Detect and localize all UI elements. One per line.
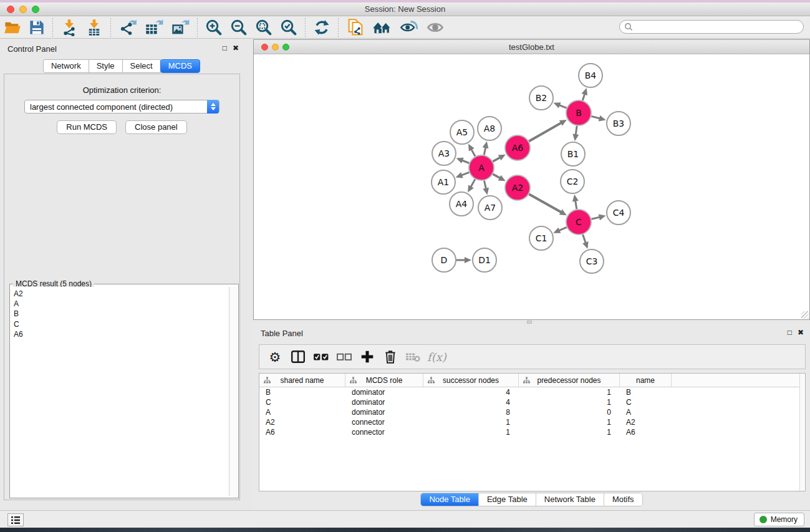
graph-node-B[interactable]: B xyxy=(566,100,591,125)
table-row[interactable]: A2connector11A2 xyxy=(259,417,805,427)
close-panel-icon[interactable]: ✖ xyxy=(233,44,239,52)
show-tasks-button[interactable] xyxy=(7,513,24,526)
column-header-MCDS-role[interactable]: MCDS role xyxy=(345,374,423,387)
table-settings-gear-icon[interactable]: ⚙ xyxy=(266,347,284,366)
graph-node-A4[interactable]: A4 xyxy=(450,192,473,216)
result-list-item[interactable]: A xyxy=(14,299,226,309)
table-row[interactable]: Adominator80A xyxy=(259,407,805,417)
result-scrollbar[interactable] xyxy=(229,287,237,496)
table-cell[interactable]: 1 xyxy=(519,387,620,397)
table-cell[interactable]: 1 xyxy=(423,417,519,427)
zoom-out-button[interactable] xyxy=(226,17,251,37)
graph-node-A[interactable]: A xyxy=(469,155,494,180)
search-input[interactable] xyxy=(633,21,803,32)
tab-network[interactable]: Network xyxy=(43,59,89,73)
graph-node-A3[interactable]: A3 xyxy=(432,142,456,165)
column-header-successor-nodes[interactable]: successor nodes xyxy=(423,374,519,387)
table-row[interactable]: Bdominator41B xyxy=(259,387,805,397)
result-list-item[interactable]: A2 xyxy=(14,289,226,299)
graph-edge-A-A2[interactable] xyxy=(493,174,500,178)
tab-node-table[interactable]: Node Table xyxy=(421,493,478,506)
graph-node-B1[interactable]: B1 xyxy=(561,142,585,166)
graph-node-A1[interactable]: A1 xyxy=(432,170,455,194)
tab-select[interactable]: Select xyxy=(122,59,161,73)
table-cell[interactable]: connector xyxy=(345,427,423,437)
import-network-button[interactable] xyxy=(57,17,82,37)
table-row[interactable]: Cdominator41C xyxy=(259,397,805,407)
home-button[interactable] xyxy=(369,17,396,37)
new-network-from-selection-button[interactable] xyxy=(342,17,369,37)
graph-node-C[interactable]: C xyxy=(566,210,591,235)
graph-node-A2[interactable]: A2 xyxy=(505,175,530,200)
graph-node-C1[interactable]: C1 xyxy=(529,226,553,250)
table-cell[interactable]: 1 xyxy=(519,427,620,437)
graph-node-A7[interactable]: A7 xyxy=(478,196,502,220)
table-cell[interactable]: 8 xyxy=(423,407,519,417)
create-column-button[interactable] xyxy=(358,347,377,366)
graph-edge-C-C3[interactable] xyxy=(583,235,586,244)
deselect-all-button[interactable] xyxy=(335,347,354,366)
show-columns-button[interactable] xyxy=(289,347,307,366)
graph-edge-A6-B[interactable] xyxy=(529,122,562,141)
result-list-item[interactable]: A6 xyxy=(14,329,226,339)
splitter-handle[interactable] xyxy=(527,321,532,324)
zoom-selected-button[interactable] xyxy=(276,17,301,37)
table-row[interactable]: A6connector11A6 xyxy=(259,427,805,437)
graph-edge-A-A5[interactable] xyxy=(471,148,475,156)
network-canvas[interactable]: B4B2BB3A8A5A6A3B1AA1C2A2A4A7C4CC1C3DD1 xyxy=(254,54,809,319)
tab-network-table[interactable]: Network Table xyxy=(536,493,604,506)
export-network-button[interactable] xyxy=(115,17,141,37)
graph-edge-A-A7[interactable] xyxy=(484,181,486,190)
graph-node-B4[interactable]: B4 xyxy=(579,64,602,87)
graph-edge-A2-C[interactable] xyxy=(529,194,562,213)
criterion-select[interactable]: largest connected component (directed) xyxy=(24,100,219,114)
table-cell[interactable]: 0 xyxy=(519,407,620,417)
graph-node-B2[interactable]: B2 xyxy=(529,86,553,110)
column-header-predecessor-nodes[interactable]: predecessor nodes xyxy=(519,374,620,387)
graph-edge-B-B3[interactable] xyxy=(591,116,600,118)
mcds-result-list[interactable]: A2ABCA6 xyxy=(11,287,229,496)
graph-edge-A-A1[interactable] xyxy=(461,172,469,175)
table-scrollbar[interactable] xyxy=(799,374,805,491)
graph-edge-B-B1[interactable] xyxy=(576,126,577,135)
delete-column-button[interactable] xyxy=(381,347,400,366)
tab-edge-table[interactable]: Edge Table xyxy=(478,493,536,506)
export-image-button[interactable] xyxy=(167,17,193,37)
graph-node-C4[interactable]: C4 xyxy=(607,201,630,225)
tab-style[interactable]: Style xyxy=(89,59,123,73)
table-cell[interactable]: A2 xyxy=(259,417,345,427)
graph-edge-A-A6[interactable] xyxy=(493,157,500,162)
graph-node-B3[interactable]: B3 xyxy=(607,112,630,135)
graph-node-A8[interactable]: A8 xyxy=(478,117,501,140)
run-mcds-button[interactable]: Run MCDS xyxy=(57,120,117,134)
search-field[interactable] xyxy=(619,20,804,34)
refresh-button[interactable] xyxy=(309,17,334,37)
save-session-button[interactable] xyxy=(25,17,49,37)
table-cell[interactable]: 1 xyxy=(423,427,519,437)
table-cell[interactable]: A6 xyxy=(259,427,345,437)
open-session-button[interactable] xyxy=(0,17,25,37)
column-header-name[interactable]: name xyxy=(620,374,672,387)
graph-node-C3[interactable]: C3 xyxy=(580,249,604,273)
tab-motifs[interactable]: Motifs xyxy=(604,493,642,506)
table-cell[interactable]: C xyxy=(620,397,672,407)
float-panel-icon[interactable]: □ xyxy=(223,44,227,52)
tab-mcds[interactable]: MCDS xyxy=(160,59,200,73)
result-list-item[interactable]: B xyxy=(14,309,226,319)
table-cell[interactable]: connector xyxy=(345,417,423,427)
table-cell[interactable]: B xyxy=(620,387,672,397)
table-cell[interactable]: 4 xyxy=(423,397,519,407)
table-cell[interactable]: A xyxy=(259,407,345,417)
close-panel-icon[interactable]: ✖ xyxy=(798,328,804,337)
export-table-button[interactable] xyxy=(141,17,167,37)
float-panel-icon[interactable]: □ xyxy=(788,328,792,337)
memory-button[interactable]: Memory xyxy=(754,513,804,526)
table-cell[interactable]: dominator xyxy=(345,387,423,397)
table-cell[interactable]: A2 xyxy=(620,417,672,427)
zoom-in-button[interactable] xyxy=(201,17,226,37)
zoom-fit-button[interactable] xyxy=(251,17,276,37)
graph-edge-C-C4[interactable] xyxy=(591,217,600,219)
graph-node-D1[interactable]: D1 xyxy=(473,248,496,272)
select-all-button[interactable] xyxy=(312,347,330,366)
result-list-item[interactable]: C xyxy=(14,319,226,329)
